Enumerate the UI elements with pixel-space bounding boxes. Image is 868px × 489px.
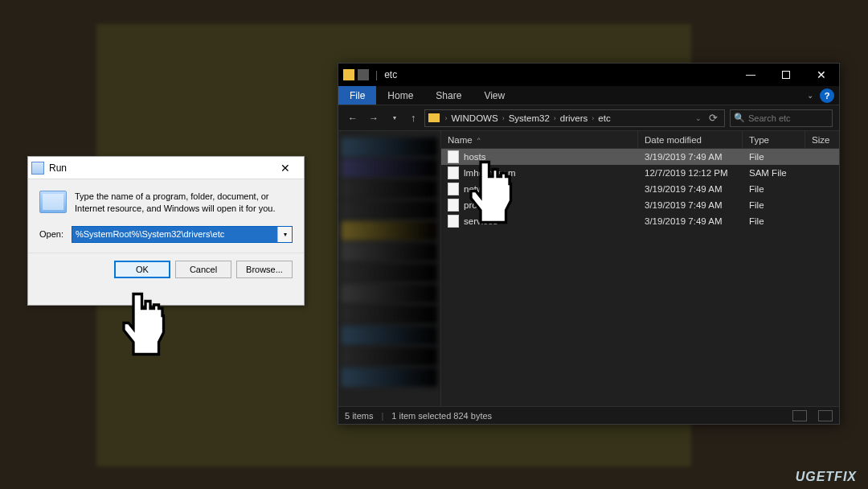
file-name: hosts — [464, 152, 486, 162]
titlebar-separator: | — [375, 69, 378, 80]
nav-up-button[interactable]: ↑ — [407, 112, 420, 124]
file-date: 3/19/2019 7:49 AM — [638, 216, 743, 226]
file-name: services — [464, 216, 497, 226]
nav-back-button[interactable]: ← — [345, 110, 361, 126]
sort-asc-icon: ^ — [477, 136, 481, 143]
file-name: protocol — [464, 200, 497, 210]
file-icon — [448, 199, 459, 212]
minimize-button[interactable]: — — [733, 64, 768, 86]
file-type: File — [743, 200, 805, 210]
open-combobox[interactable]: ▾ — [72, 226, 293, 243]
path-sep: › — [500, 114, 507, 122]
nav-forward-button[interactable]: → — [366, 110, 382, 126]
path-sep: › — [589, 114, 596, 122]
ribbon-collapse-icon[interactable]: ⌄ — [800, 86, 820, 105]
file-icon — [448, 215, 459, 228]
watermark: UGETFIX — [796, 470, 857, 484]
path-seg-0[interactable]: WINDOWS — [452, 113, 498, 123]
maximize-button[interactable] — [768, 64, 804, 86]
ribbon-share[interactable]: Share — [424, 86, 473, 105]
file-date: 3/19/2019 7:49 AM — [638, 152, 743, 162]
window-title: etc — [384, 69, 397, 80]
run-icon — [31, 162, 44, 175]
address-folder-icon — [428, 113, 440, 122]
run-dialog: Run ✕ Type the name of a program, folder… — [27, 156, 305, 306]
run-titlebar[interactable]: Run ✕ — [28, 157, 304, 179]
browse-button[interactable]: Browse... — [236, 261, 293, 278]
nav-history-dropdown[interactable]: ▾ — [387, 110, 403, 126]
address-bar-row: ← → ▾ ↑ › WINDOWS › System32 › drivers ›… — [338, 105, 839, 131]
explorer-titlebar[interactable]: | etc — ✕ — [338, 64, 839, 86]
close-button[interactable]: ✕ — [804, 64, 839, 86]
view-large-icon[interactable] — [818, 410, 833, 421]
path-sep: › — [551, 114, 559, 122]
combo-chevron-down-icon[interactable]: ▾ — [277, 227, 292, 242]
file-type: File — [743, 184, 805, 194]
run-button-row: OK Cancel Browse... — [28, 253, 304, 286]
file-row[interactable]: protocol3/19/2019 7:49 AMFile — [441, 197, 839, 213]
path-seg-2[interactable]: drivers — [560, 113, 588, 123]
file-date: 3/19/2019 7:49 AM — [638, 184, 743, 194]
close-button[interactable]: ✕ — [270, 158, 301, 178]
file-list: Name^ Date modified Type Size hosts3/19/… — [441, 131, 839, 406]
open-label: Open: — [39, 229, 63, 239]
file-row[interactable]: services3/19/2019 7:49 AMFile — [441, 213, 839, 229]
file-name: lmhosts.sam — [464, 168, 516, 178]
column-headers[interactable]: Name^ Date modified Type Size — [441, 131, 839, 149]
address-bar[interactable]: › WINDOWS › System32 › drivers › etc ⌄ ⟳ — [424, 109, 726, 127]
path-seg-1[interactable]: System32 — [509, 113, 550, 123]
qat-icon[interactable] — [358, 69, 369, 80]
help-icon[interactable]: ? — [820, 88, 834, 103]
run-app-icon — [39, 191, 67, 213]
file-type: File — [743, 152, 805, 162]
run-description: Type the name of a program, folder, docu… — [75, 191, 293, 215]
refresh-button[interactable]: ⟳ — [706, 112, 721, 124]
ribbon: File Home Share View ⌄ ? — [338, 86, 839, 105]
search-box[interactable]: 🔍 Search etc — [730, 109, 833, 127]
file-date: 3/19/2019 7:49 AM — [638, 200, 743, 210]
file-name: networks — [464, 184, 501, 194]
run-title: Run — [49, 162, 270, 174]
col-name[interactable]: Name^ — [441, 131, 638, 148]
ribbon-view[interactable]: View — [473, 86, 516, 105]
address-chevron-down-icon[interactable]: ⌄ — [693, 114, 704, 122]
ok-button[interactable]: OK — [114, 261, 170, 278]
file-row[interactable]: networks3/19/2019 7:49 AMFile — [441, 181, 839, 197]
file-icon — [448, 150, 459, 163]
status-bar: 5 items | 1 item selected 824 bytes — [338, 406, 839, 424]
file-type: File — [743, 216, 805, 226]
search-placeholder: Search etc — [748, 113, 791, 123]
status-selection: 1 item selected 824 bytes — [391, 411, 492, 421]
explorer-window: | etc — ✕ File Home Share View ⌄ ? ← → ▾… — [338, 63, 840, 425]
file-row[interactable]: hosts3/19/2019 7:49 AMFile — [441, 149, 839, 165]
view-details-icon[interactable] — [792, 410, 807, 421]
open-input[interactable] — [72, 227, 277, 242]
cancel-button[interactable]: Cancel — [175, 261, 231, 278]
col-type[interactable]: Type — [743, 131, 805, 148]
status-item-count: 5 items — [345, 411, 373, 421]
folder-icon — [343, 69, 354, 80]
file-row[interactable]: lmhosts.sam12/7/2019 12:12 PMSAM File — [441, 165, 839, 181]
col-size[interactable]: Size — [805, 131, 839, 148]
path-seg-3[interactable]: etc — [598, 113, 610, 123]
path-sep: › — [443, 114, 450, 122]
file-type: SAM File — [743, 168, 805, 178]
search-icon: 🔍 — [734, 113, 745, 123]
nav-pane[interactable] — [338, 131, 441, 406]
file-date: 12/7/2019 12:12 PM — [638, 168, 743, 178]
col-date[interactable]: Date modified — [638, 131, 743, 148]
ribbon-file[interactable]: File — [338, 86, 376, 105]
ribbon-home[interactable]: Home — [376, 86, 424, 105]
file-icon — [448, 183, 459, 195]
file-icon — [448, 166, 459, 179]
